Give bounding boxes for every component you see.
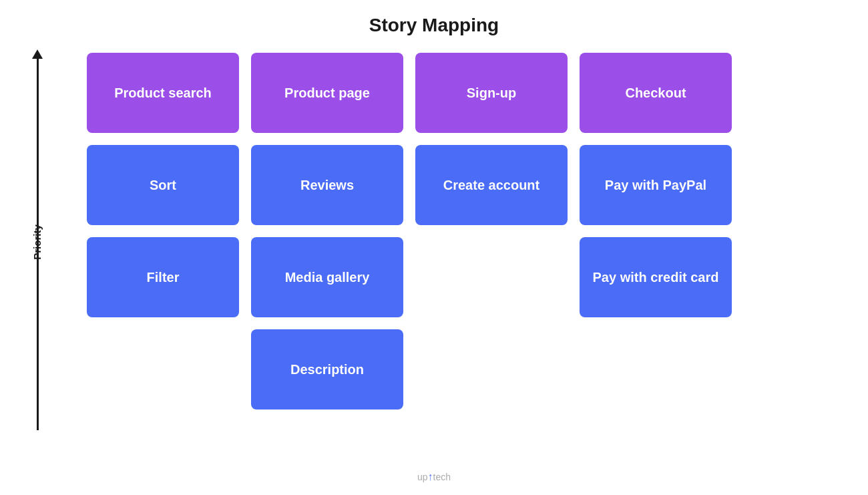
header-card-col2: Sign-up (415, 53, 568, 133)
priority-label: Priority (31, 224, 43, 260)
item-card-col0-row1: Sort (87, 145, 239, 225)
item-card-col1-row3: Description (251, 329, 403, 409)
story-map-grid: Product searchProduct pageSign-upCheckou… (87, 53, 732, 409)
header-card-col3: Checkout (580, 53, 732, 133)
brand-text: up↑tech (417, 471, 451, 483)
header-card-col1: Product page (251, 53, 403, 133)
brand-arrow-icon: ↑ (428, 471, 433, 483)
page-title: Story Mapping (0, 0, 868, 43)
header-card-col0: Product search (87, 53, 239, 133)
item-card-col0-row2: Filter (87, 237, 239, 317)
item-card-col2-row1: Create account (415, 145, 568, 225)
item-card-col3-row1: Pay with PayPal (580, 145, 732, 225)
item-card-col1-row2: Media gallery (251, 237, 403, 317)
item-card-col1-row1: Reviews (251, 145, 403, 225)
footer-brand: up↑tech (417, 471, 451, 483)
item-card-col3-row2: Pay with credit card (580, 237, 732, 317)
